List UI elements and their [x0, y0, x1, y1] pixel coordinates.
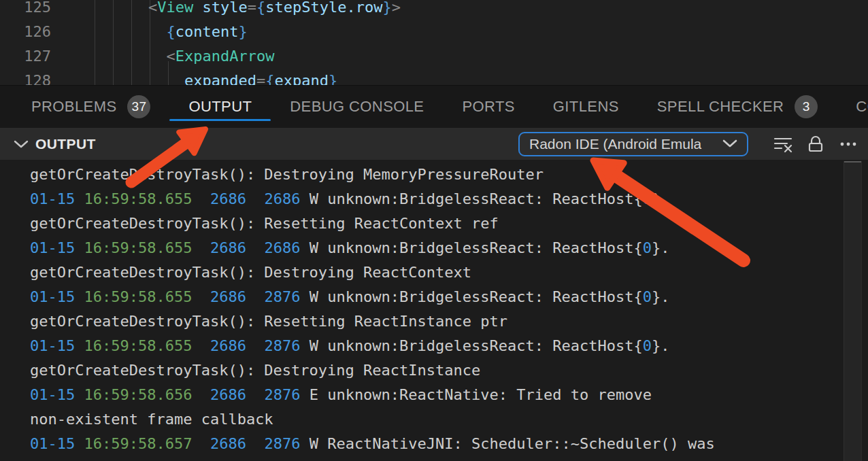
line-number: 126: [0, 23, 51, 40]
tab-badge: 3: [795, 95, 818, 118]
log-segment: 16:59:58.655: [84, 288, 192, 305]
code-token: ExpandArrow: [176, 48, 275, 65]
log-segment: [75, 190, 84, 207]
log-segment: 0: [643, 190, 652, 207]
output-channel-value: Radon IDE (Android Emula: [529, 136, 713, 152]
code-token: expand: [274, 72, 328, 86]
log-segment: 16:59:58.655: [84, 190, 192, 207]
code-token: expanded: [184, 72, 256, 86]
line-number: 127: [0, 48, 51, 65]
log-segment: W unknown:BridgelessReact: ReactHost{: [300, 288, 642, 305]
code-text: <ExpandArrow: [51, 48, 274, 65]
code-token: {: [265, 72, 274, 86]
panel-title: OUTPUT: [35, 136, 96, 152]
code-token: =: [248, 0, 256, 16]
log-segment: getOrCreateDestroyTask(): Resetting Reac…: [30, 215, 499, 232]
log-segment: }.: [652, 239, 670, 256]
log-segment: [192, 288, 210, 305]
log-segment: 2876: [264, 435, 300, 452]
vertical-scrollbar[interactable]: [844, 161, 862, 461]
tab-ports[interactable]: PORTS: [462, 86, 514, 128]
output-log[interactable]: getOrCreateDestroyTask(): Destroying Mem…: [0, 160, 868, 461]
tab-gitlens[interactable]: GITLENS: [553, 86, 619, 128]
log-segment: [75, 435, 84, 452]
log-line: 01-15 16:59:58.656 2686 2876 E unknown:R…: [30, 383, 868, 407]
log-line: 01-15 16:59:58.655 2686 2876 W unknown:B…: [30, 334, 868, 358]
log-line: getOrCreateDestroyTask(): Destroying Mem…: [30, 163, 868, 187]
log-segment: [246, 190, 265, 207]
log-segment: [246, 435, 265, 452]
tab-problems[interactable]: PROBLEMS37: [31, 86, 150, 128]
log-segment: 01-15: [30, 386, 75, 403]
editor-rows: 125 <View style={stepStyle.row}>126 {con…: [0, 0, 868, 85]
log-line: 01-15 16:59:58.657 2686 2876 W ReactNati…: [30, 432, 868, 456]
log-segment: [192, 386, 210, 403]
log-segment: W unknown:BridgelessReact: ReactHost{: [300, 239, 642, 256]
code-token: style: [202, 0, 247, 16]
tab-comme[interactable]: COMME: [856, 86, 868, 128]
tab-label: SPELL CHECKER: [657, 98, 784, 116]
log-segment: 0: [643, 337, 652, 354]
log-segment: 16:59:58.656: [84, 386, 192, 403]
log-segment: [75, 288, 84, 305]
log-segment: E unknown:ReactNative: Tried to remove: [300, 386, 652, 403]
log-segment: 2686: [210, 337, 246, 354]
log-segment: 2686: [210, 386, 246, 403]
log-segment: [246, 239, 265, 256]
log-segment: 16:59:58.657: [84, 435, 192, 452]
log-segment: [192, 435, 210, 452]
tab-output[interactable]: OUTPUT: [188, 86, 252, 128]
log-segment: 2686: [210, 239, 246, 256]
code-line[interactable]: 125 <View style={stepStyle.row}>: [0, 0, 868, 19]
code-token: =: [256, 72, 265, 86]
log-segment: 2686: [264, 190, 300, 207]
chevron-down-icon: [722, 139, 737, 148]
code-line[interactable]: 128 expanded={expand}: [0, 68, 868, 85]
tab-label: GITLENS: [553, 98, 619, 116]
output-panel-header: OUTPUT Radon IDE (Android Emula: [0, 128, 868, 160]
log-segment: 01-15: [30, 337, 75, 354]
code-token: }: [382, 0, 391, 16]
code-token: }: [329, 72, 337, 86]
code-text: expanded={expand}: [51, 72, 337, 86]
log-segment: 16:59:58.655: [84, 239, 192, 256]
log-line: 01-15 16:59:58.655 2686 2876 W unknown:B…: [30, 285, 868, 309]
code-line[interactable]: 127 <ExpandArrow: [0, 44, 868, 68]
log-segment: }.: [652, 288, 670, 305]
tab-label: PORTS: [462, 98, 514, 116]
code-line[interactable]: 126 {content}: [0, 19, 868, 44]
log-segment: 2686: [210, 435, 246, 452]
log-segment: 01-15: [30, 239, 75, 256]
code-token: <: [166, 48, 175, 65]
log-segment: 16:59:58.655: [84, 337, 192, 354]
unlock-icon[interactable]: [805, 134, 826, 154]
output-channel-dropdown[interactable]: Radon IDE (Android Emula: [518, 132, 748, 156]
log-segment: 2686: [210, 288, 246, 305]
log-segment: [192, 239, 210, 256]
code-token: [76, 72, 184, 86]
tab-spell-checker[interactable]: SPELL CHECKER3: [657, 86, 818, 128]
code-text: {content}: [51, 23, 248, 40]
code-token: [193, 0, 202, 16]
code-token: {: [166, 23, 175, 40]
log-segment: [192, 337, 210, 354]
log-segment: 01-15: [30, 190, 75, 207]
tab-label: DEBUG CONSOLE: [290, 98, 424, 116]
tab-label: COMME: [856, 98, 868, 116]
log-segment: getOrCreateDestroyTask(): Destroying Mem…: [30, 166, 544, 183]
log-line: getOrCreateDestroyTask(): Destroying Rea…: [30, 358, 868, 383]
code-editor[interactable]: 125 <View style={stepStyle.row}>126 {con…: [0, 0, 868, 85]
log-segment: 01-15: [30, 288, 75, 305]
collapse-panel-chevron-down-icon[interactable]: [14, 139, 29, 149]
log-segment: 01-15: [30, 435, 75, 452]
log-segment: W unknown:BridgelessReact: ReactHost{: [300, 190, 642, 207]
log-line: getOrCreateDestroyTask(): Resetting Reac…: [30, 309, 868, 334]
more-actions-icon[interactable]: [838, 134, 858, 154]
code-token: [76, 48, 166, 65]
tab-debug-console[interactable]: DEBUG CONSOLE: [290, 86, 424, 128]
clear-output-icon[interactable]: [773, 134, 793, 154]
log-segment: [75, 337, 84, 354]
log-segment: 0: [643, 239, 652, 256]
log-segment: 2876: [264, 288, 300, 305]
line-number: 125: [0, 0, 51, 16]
